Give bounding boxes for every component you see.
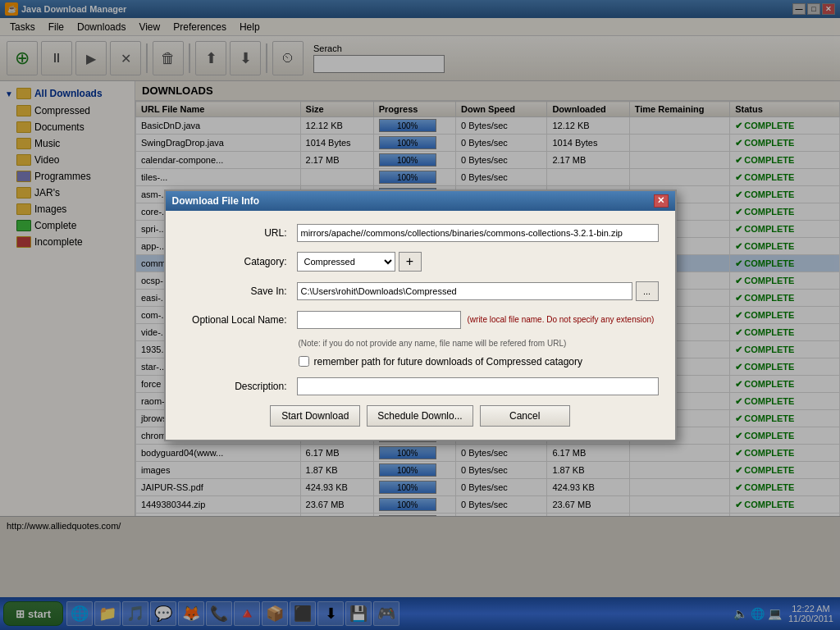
dialog-buttons: Start Download Schedule Downlo... Cancel: [182, 405, 659, 427]
dialog-savein-label: Save In:: [182, 285, 297, 297]
dialog-url-label: URL:: [182, 227, 297, 239]
dialog-checkbox-label: remember path for future downloads of Co…: [314, 356, 583, 368]
dialog-description-input[interactable]: [297, 377, 659, 395]
dialog-checkbox-row: remember path for future downloads of Co…: [299, 356, 659, 368]
dialog-title: Download File Info: [172, 195, 260, 207]
dialog-localname-hint: (write local file name. Do not specify a…: [468, 315, 655, 324]
dialog-body: URL: Catagory: Compressed Documents Musi…: [166, 211, 675, 440]
schedule-download-button[interactable]: Schedule Downlo...: [367, 405, 472, 427]
dialog-description-row: Description:: [182, 377, 659, 395]
start-download-button[interactable]: Start Download: [270, 405, 360, 427]
dialog-remember-checkbox[interactable]: [299, 356, 309, 367]
cancel-button[interactable]: Cancel: [480, 405, 570, 427]
dialog-overlay: Download File Info ✕ URL: Catagory: Comp…: [0, 0, 840, 630]
dialog-localname-label: Optional Local Name:: [182, 314, 297, 326]
dialog-url-input[interactable]: [297, 224, 659, 242]
download-file-info-dialog: Download File Info ✕ URL: Catagory: Comp…: [164, 189, 677, 441]
dialog-savein-input[interactable]: [297, 282, 632, 300]
dialog-savein-row: Save In: ...: [182, 281, 659, 301]
dialog-category-label: Catagory:: [182, 256, 297, 267]
dialog-url-row: URL:: [182, 224, 659, 242]
dialog-category-select[interactable]: Compressed Documents Music Video Program…: [297, 252, 395, 272]
dialog-category-row: Catagory: Compressed Documents Music Vid…: [182, 252, 659, 272]
dialog-localname-row: Optional Local Name: (write local file n…: [182, 311, 659, 329]
dialog-localname-input[interactable]: [297, 311, 461, 329]
dialog-browse-button[interactable]: ...: [636, 281, 659, 301]
dialog-close-button[interactable]: ✕: [654, 194, 669, 208]
dialog-description-label: Description:: [182, 381, 297, 392]
dialog-add-category-button[interactable]: +: [399, 252, 422, 272]
dialog-title-bar: Download File Info ✕: [166, 191, 675, 211]
dialog-note: (Note: if you do not provide any name, f…: [299, 339, 659, 348]
